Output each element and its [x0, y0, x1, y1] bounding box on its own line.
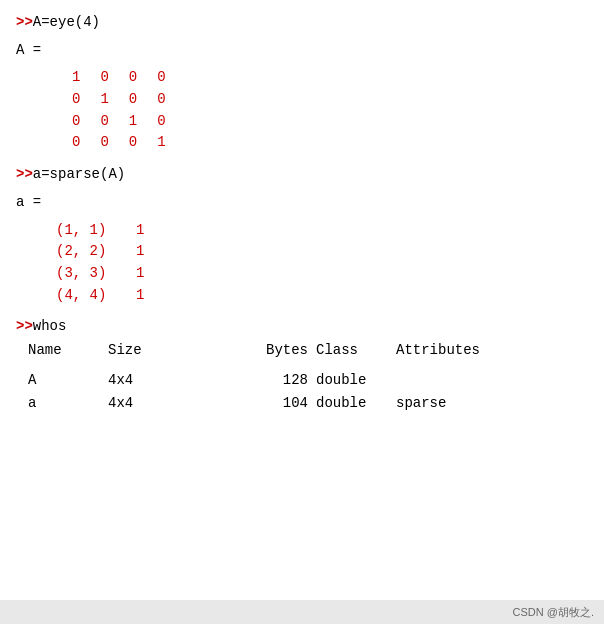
prompt-whos: >>: [16, 316, 33, 338]
matrix-row-3: 0 0 1 0: [72, 111, 588, 133]
spacer: [16, 306, 588, 316]
header-class: Class: [316, 340, 396, 362]
assign-sparse: a =: [16, 192, 588, 214]
command-line-whos: >> whos: [16, 316, 588, 338]
matrix-row-1: 1 0 0 0: [72, 67, 588, 89]
whos-attrs-A: [396, 370, 476, 392]
command-text-2: a=sparse(A): [33, 164, 125, 186]
header-bytes: Bytes: [248, 340, 308, 362]
whos-table: Name Size Bytes Class Attributes A 4x4 1…: [28, 340, 588, 415]
whos-bytes-a: 104: [248, 393, 308, 415]
assign-a: A =: [16, 40, 588, 62]
var-a-sparse: a =: [16, 192, 41, 214]
sparse-row-2: (2, 2) 1: [56, 241, 588, 263]
whos-size-a: 4x4: [108, 393, 248, 415]
whos-header-row: Name Size Bytes Class Attributes: [28, 340, 588, 362]
matrix-row-2: 0 1 0 0: [72, 89, 588, 111]
footer-label: CSDN @胡牧之.: [513, 605, 594, 620]
whos-attrs-a: sparse: [396, 393, 476, 415]
matrix-row-4: 0 0 0 1: [72, 132, 588, 154]
sparse-row-1: (1, 1) 1: [56, 220, 588, 242]
prompt-1: >>: [16, 12, 33, 34]
spacer: [16, 154, 588, 164]
whos-row-a: a 4x4 104 double sparse: [28, 393, 588, 415]
whos-name-a: a: [28, 393, 108, 415]
whos-row-A: A 4x4 128 double: [28, 370, 588, 392]
sparse-row-3: (3, 3) 1: [56, 263, 588, 285]
footer-bar: CSDN @胡牧之.: [0, 600, 604, 624]
whos-class-A: double: [316, 370, 396, 392]
whos-class-a: double: [316, 393, 396, 415]
header-attributes: Attributes: [396, 340, 476, 362]
header-name: Name: [28, 340, 108, 362]
command-line-1: >> A=eye(4): [16, 12, 588, 34]
prompt-2: >>: [16, 164, 33, 186]
sparse-row-4: (4, 4) 1: [56, 285, 588, 307]
terminal-window: >> A=eye(4) A = 1 0 0 0 0 1 0 0 0 0 1 0 …: [0, 0, 604, 600]
header-size: Size: [108, 340, 248, 362]
whos-name-A: A: [28, 370, 108, 392]
whos-bytes-A: 128: [248, 370, 308, 392]
command-line-2: >> a=sparse(A): [16, 164, 588, 186]
whos-size-A: 4x4: [108, 370, 248, 392]
var-a: A =: [16, 40, 41, 62]
command-text-whos: whos: [33, 316, 67, 338]
command-text-1: A=eye(4): [33, 12, 100, 34]
